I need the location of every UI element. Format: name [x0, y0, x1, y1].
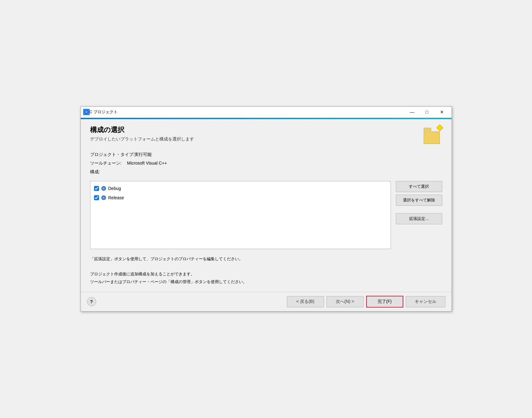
project-type-row: プロジェクト・タイプ: 実行可能 [90, 150, 442, 159]
deselect-all-button[interactable]: 選択をすべて解除 [396, 195, 442, 206]
content-area: 構成の選択 デプロイしたいプラットフォームと構成を選択します プロジェクト・タイ… [81, 119, 452, 292]
header-icon [424, 125, 442, 144]
config-row: 構成: [90, 167, 442, 176]
description-line1: 「拡張設定」ボタンを使用して、プロジェクトのプロパティーを編集してください。 [90, 255, 442, 263]
type-label: プロジェクト・タイプ: [90, 150, 135, 159]
debug-config-icon [101, 186, 106, 191]
config-label: 構成: [90, 167, 127, 176]
project-info: プロジェクト・タイプ: 実行可能 ツールチェーン: Microsoft Visu… [90, 150, 442, 176]
main-window: C プロジェクト — □ ✕ 構成の選択 デプロイしたいプラットフォームと構成を… [80, 106, 452, 312]
cancel-button[interactable]: キャンセル [406, 296, 445, 307]
diamond-icon [436, 124, 443, 131]
folder-body [424, 131, 440, 144]
page-title: 構成の選択 [90, 125, 424, 135]
description-line2: プロジェクト作成後に追加構成を加えることができます。 [90, 270, 442, 278]
type-value: 実行可能 [134, 150, 152, 159]
next-button[interactable]: 次へ(N) > [327, 296, 364, 307]
footer: ? < 戻る(B) 次へ(N) > 完了(F) キャンセル [81, 292, 452, 311]
close-button[interactable]: ✕ [435, 107, 449, 117]
release-checkbox[interactable] [94, 195, 99, 200]
advanced-button[interactable]: 拡張設定... [396, 213, 442, 224]
toolchain-row: ツールチェーン: Microsoft Visual C++ [90, 159, 442, 167]
window-controls: — □ ✕ [405, 107, 449, 117]
select-all-button[interactable]: すべて選択 [396, 181, 442, 192]
help-button[interactable]: ? [87, 297, 96, 306]
finish-button[interactable]: 完了(F) [366, 296, 403, 308]
description-line3: ツールバーまたはプロパティー・ページの「構成の管理」ボタンを使用してください。 [90, 278, 442, 286]
config-list-box: Debug Release [90, 181, 391, 249]
app-icon [83, 109, 89, 115]
window-title: C プロジェクト [89, 109, 405, 115]
maximize-button[interactable]: □ [420, 107, 434, 117]
description-section: 「拡張設定」ボタンを使用して、プロジェクトのプロパティーを編集してください。 プ… [90, 254, 442, 286]
back-button[interactable]: < 戻る(B) [287, 296, 324, 307]
toolchain-label: ツールチェーン: [90, 159, 127, 167]
header-text: 構成の選択 デプロイしたいプラットフォームと構成を選択します [90, 125, 424, 142]
debug-checkbox[interactable] [94, 186, 99, 191]
title-bar: C プロジェクト — □ ✕ [81, 107, 452, 118]
list-item[interactable]: Release [93, 193, 388, 202]
side-buttons: すべて選択 選択をすべて解除 拡張設定... [396, 181, 442, 249]
main-area: Debug Release すべて選択 [90, 181, 442, 249]
page-subtitle: デプロイしたいプラットフォームと構成を選択します [90, 136, 424, 142]
toolchain-value: Microsoft Visual C++ [127, 159, 167, 167]
list-item[interactable]: Debug [93, 184, 388, 193]
debug-label: Debug [108, 186, 121, 191]
folder-tab [424, 128, 431, 131]
release-config-icon [101, 195, 106, 200]
release-label: Release [108, 195, 124, 200]
minimize-button[interactable]: — [405, 107, 419, 117]
header-section: 構成の選択 デプロイしたいプラットフォームと構成を選択します [90, 125, 442, 144]
